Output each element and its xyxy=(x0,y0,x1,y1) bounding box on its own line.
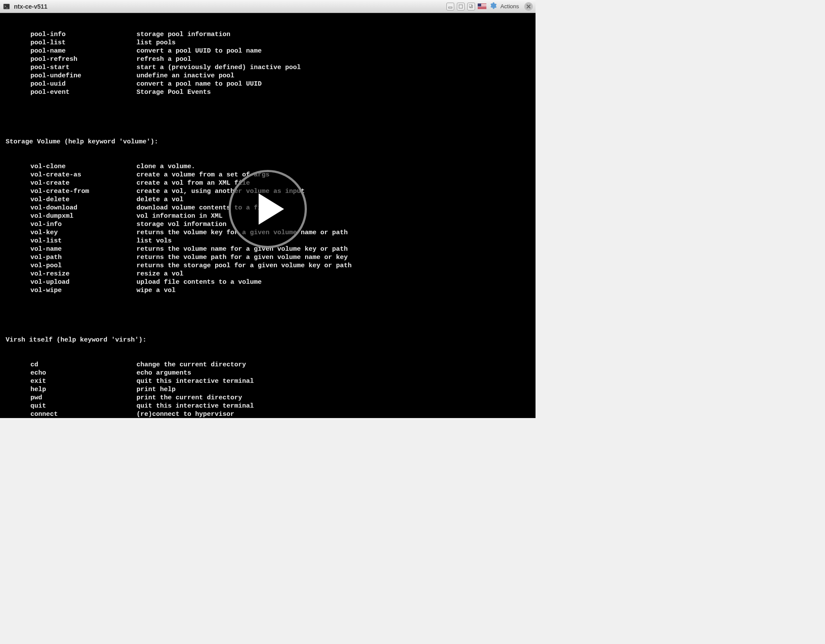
command-row: pool-infostorage pool information xyxy=(2,30,534,39)
command-name: cd xyxy=(2,361,136,369)
command-name: pool-refresh xyxy=(2,55,136,63)
command-description: undefine an inactive pool xyxy=(136,72,234,80)
command-name: pool-uuid xyxy=(2,80,136,88)
resize-grip-icon[interactable] xyxy=(529,411,535,417)
command-description: clone a volume. xyxy=(136,163,195,171)
svg-rect-2 xyxy=(449,7,452,8)
command-description: change the current directory xyxy=(136,361,246,369)
command-row: pool-undefineundefine an inactive pool xyxy=(2,72,534,80)
command-description: refresh a pool xyxy=(136,55,191,63)
command-name: vol-key xyxy=(2,229,136,237)
command-name: connect xyxy=(2,410,136,418)
command-description: quit this interactive terminal xyxy=(136,402,254,410)
command-description: echo arguments xyxy=(136,369,191,377)
us-flag-icon[interactable] xyxy=(478,3,486,10)
command-description: storage vol information xyxy=(136,220,226,229)
close-button[interactable] xyxy=(524,2,533,11)
command-description: convert a pool UUID to pool name xyxy=(136,47,262,55)
command-description: list vols xyxy=(136,237,172,245)
command-description: quit this interactive terminal xyxy=(136,377,254,385)
window-control-1[interactable] xyxy=(446,3,454,10)
command-description: convert a pool name to pool UUID xyxy=(136,80,262,88)
command-description: list pools xyxy=(136,39,176,47)
command-description: (re)connect to hypervisor xyxy=(136,410,234,418)
command-name: pool-start xyxy=(2,63,136,72)
command-row: vol-poolreturns the storage pool for a g… xyxy=(2,262,534,270)
command-name: vol-create-as xyxy=(2,171,136,179)
command-row: pool-uuidconvert a pool name to pool UUI… xyxy=(2,80,534,88)
terminal-app-icon: >_ xyxy=(3,3,10,10)
command-name: vol-resize xyxy=(2,270,136,278)
command-row: cdchange the current directory xyxy=(2,361,534,369)
window-title: ntx-ce-v511 xyxy=(14,3,47,10)
command-description: returns the volume path for a given volu… xyxy=(136,253,348,262)
svg-rect-5 xyxy=(469,4,472,7)
command-description: start a (previously defined) inactive po… xyxy=(136,63,301,72)
titlebar-actions: Actions xyxy=(446,2,533,11)
command-name: vol-download xyxy=(2,204,136,212)
command-row: pool-eventStorage Pool Events xyxy=(2,88,534,96)
command-name: vol-create-from xyxy=(2,187,136,196)
command-name: vol-delete xyxy=(2,196,136,204)
command-name: vol-info xyxy=(2,220,136,229)
command-row: helpprint help xyxy=(2,385,534,394)
actions-menu[interactable]: Actions xyxy=(500,3,519,10)
command-row: exitquit this interactive terminal xyxy=(2,377,534,385)
play-button[interactable] xyxy=(229,170,307,248)
volume-section-header: Storage Volume (help keyword 'volume'): xyxy=(2,138,534,146)
gear-icon[interactable] xyxy=(489,2,497,11)
command-row: quitquit this interactive terminal xyxy=(2,402,534,410)
command-name: vol-name xyxy=(2,245,136,253)
command-name: pool-name xyxy=(2,47,136,55)
command-name: exit xyxy=(2,377,136,385)
svg-text:>_: >_ xyxy=(4,5,8,8)
command-name: pool-info xyxy=(2,30,136,39)
titlebar: >_ ntx-ce-v511 Actions xyxy=(0,0,536,13)
command-row: vol-uploadupload file contents to a volu… xyxy=(2,278,534,286)
command-name: pool-undefine xyxy=(2,72,136,80)
command-name: vol-wipe xyxy=(2,286,136,295)
command-description: upload file contents to a volume xyxy=(136,278,262,286)
command-row: pool-listlist pools xyxy=(2,39,534,47)
window-control-2[interactable] xyxy=(457,3,465,10)
command-name: echo xyxy=(2,369,136,377)
command-name: vol-create xyxy=(2,179,136,187)
command-description: storage pool information xyxy=(136,30,230,39)
command-row: vol-resizeresize a vol xyxy=(2,270,534,278)
command-row: connect(re)connect to hypervisor xyxy=(2,410,534,418)
command-name: vol-dumpxml xyxy=(2,212,136,220)
command-row: pool-refreshrefresh a pool xyxy=(2,55,534,63)
command-description: print help xyxy=(136,385,176,394)
command-name: pwd xyxy=(2,394,136,402)
command-name: vol-path xyxy=(2,253,136,262)
command-row: vol-wipewipe a vol xyxy=(2,286,534,295)
command-name: help xyxy=(2,385,136,394)
command-name: vol-list xyxy=(2,237,136,245)
command-description: returns the storage pool for a given vol… xyxy=(136,262,352,270)
command-name: vol-upload xyxy=(2,278,136,286)
command-name: pool-event xyxy=(2,88,136,96)
window-control-3[interactable] xyxy=(467,3,475,10)
command-description: Storage Pool Events xyxy=(136,88,211,96)
command-name: quit xyxy=(2,402,136,410)
command-description: print the current directory xyxy=(136,394,242,402)
svg-rect-3 xyxy=(459,5,462,8)
command-description: delete a vol xyxy=(136,196,183,204)
command-row: vol-pathreturns the volume path for a gi… xyxy=(2,253,534,262)
command-name: vol-pool xyxy=(2,262,136,270)
command-description: resize a vol xyxy=(136,270,183,278)
command-description: wipe a vol xyxy=(136,286,176,295)
command-row: pwdprint the current directory xyxy=(2,394,534,402)
command-description: returns the volume name for a given volu… xyxy=(136,245,348,253)
command-row: pool-nameconvert a pool UUID to pool nam… xyxy=(2,47,534,55)
command-description: vol information in XML xyxy=(136,212,223,220)
virsh-section-header: Virsh itself (help keyword 'virsh'): xyxy=(2,336,534,344)
svg-marker-14 xyxy=(259,193,284,225)
command-row: pool-startstart a (previously defined) i… xyxy=(2,63,534,72)
command-row: echoecho arguments xyxy=(2,369,534,377)
command-description: create a vol from an XML file xyxy=(136,179,250,187)
command-name: pool-list xyxy=(2,39,136,47)
command-name: vol-clone xyxy=(2,163,136,171)
